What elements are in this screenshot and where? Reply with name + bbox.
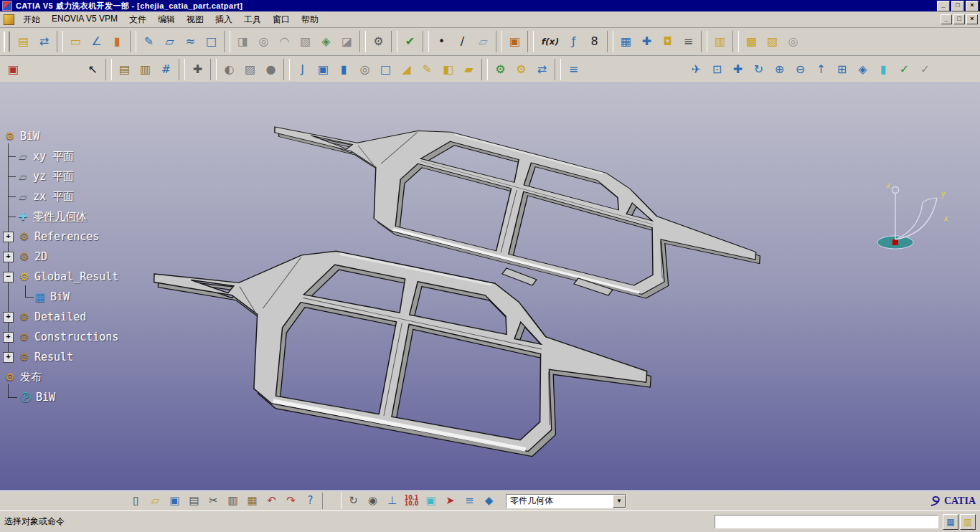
new-document-icon[interactable]: ▯ bbox=[127, 493, 145, 509]
close-button[interactable]: × bbox=[966, 1, 979, 11]
hide-show-icon[interactable]: ✓ bbox=[895, 60, 914, 80]
body-side-frame-left[interactable] bbox=[256, 88, 772, 327]
point-icon[interactable]: • bbox=[432, 32, 451, 52]
save-icon[interactable]: ▣ bbox=[166, 493, 184, 509]
tree-node-biw-global-result[interactable]: ▦ BiW bbox=[1, 287, 195, 307]
expand-toggle[interactable]: + bbox=[3, 312, 14, 323]
tree-node-label[interactable]: BiW bbox=[36, 391, 55, 404]
compass[interactable]: z y x bbox=[868, 174, 954, 260]
ring-icon[interactable]: ◎ bbox=[783, 32, 803, 52]
menu-edit[interactable]: 编辑 bbox=[152, 12, 181, 27]
cut-icon[interactable]: ✂ bbox=[204, 493, 222, 509]
exchange-icon[interactable]: ⇄ bbox=[532, 60, 552, 80]
pin-board-icon[interactable]: ▥ bbox=[136, 60, 155, 80]
expand-toggle[interactable]: + bbox=[3, 232, 14, 242]
render-style-icon[interactable]: ▮ bbox=[874, 60, 893, 80]
grid-icon[interactable]: # bbox=[156, 60, 176, 80]
snap-values-icon[interactable]: 10.1 10.0 bbox=[402, 493, 420, 509]
app-icon[interactable] bbox=[2, 1, 12, 11]
tree-node-label[interactable]: 2D bbox=[34, 250, 47, 263]
develop-icon[interactable]: ▨ bbox=[763, 32, 782, 52]
help-icon[interactable]: ? bbox=[301, 493, 319, 509]
undo-icon[interactable]: ↶ bbox=[263, 493, 281, 509]
bounding-box-icon[interactable]: ▣ bbox=[422, 493, 440, 509]
zoom-out-icon[interactable]: ⊖ bbox=[791, 60, 810, 80]
spline-icon[interactable]: ≈ bbox=[181, 32, 200, 52]
body-side-frame-right[interactable] bbox=[133, 217, 664, 480]
copy-icon[interactable]: ▥ bbox=[224, 493, 242, 509]
print-icon[interactable]: ▤ bbox=[185, 493, 203, 509]
generative-shape-icon[interactable]: ▥ bbox=[710, 32, 730, 52]
tree-node-label[interactable]: BiW bbox=[20, 130, 39, 143]
minimize-button[interactable]: _ bbox=[937, 1, 950, 11]
tree-node-label[interactable]: Global_Result bbox=[34, 270, 118, 283]
tree-node-constructions[interactable]: + ⚙ Constructions bbox=[1, 327, 195, 347]
redo-icon[interactable]: ↷ bbox=[282, 493, 300, 509]
normal-view-icon[interactable]: ↑ bbox=[811, 60, 831, 80]
tube-icon[interactable]: ◎ bbox=[355, 60, 374, 80]
doc-minimize-button[interactable]: _ bbox=[941, 14, 952, 24]
tree-node-label[interactable]: References bbox=[34, 230, 99, 243]
tree-node-publications[interactable]: ⚙ 发布 bbox=[1, 367, 195, 387]
diamond-icon[interactable]: ◆ bbox=[480, 493, 498, 509]
menu-insert[interactable]: 插入 bbox=[209, 12, 238, 27]
knowledge-icon[interactable]: ƒ bbox=[564, 32, 583, 52]
cylinder-icon[interactable]: ▮ bbox=[334, 60, 354, 80]
sketcher-icon[interactable]: ✎ bbox=[139, 32, 159, 52]
window-box-icon[interactable]: ▣ bbox=[314, 60, 333, 80]
chevron-down-icon[interactable]: ▼ bbox=[613, 495, 626, 508]
clipboard-icon[interactable]: ▤ bbox=[115, 60, 134, 80]
snap-target-icon[interactable]: ✚ bbox=[188, 60, 207, 80]
viewport-3d[interactable]: ⚙ BiW ▱ xy 平面 ▱ yz 平面 ▱ zx 平面 ✚ bbox=[0, 82, 980, 490]
multi-view-icon[interactable]: ⊞ bbox=[832, 60, 852, 80]
local-transform-icon[interactable]: J bbox=[293, 60, 312, 80]
measure-item-icon[interactable]: ∠ bbox=[87, 32, 106, 52]
tree-node-part-geometry[interactable]: ✚ 零件几何体 bbox=[1, 206, 195, 227]
tree-node-label[interactable]: BiW bbox=[50, 290, 70, 303]
layers-icon[interactable]: ≡ bbox=[679, 32, 698, 52]
formula-icon[interactable]: f(x) bbox=[537, 32, 562, 52]
fly-mode-icon[interactable]: ✈ bbox=[687, 60, 706, 80]
sphere-icon[interactable]: ● bbox=[261, 60, 281, 80]
open-icon[interactable]: ▱ bbox=[146, 493, 164, 509]
settings-gear-icon[interactable]: ⚙ bbox=[369, 32, 388, 52]
face-icon[interactable]: □ bbox=[376, 60, 395, 80]
axis-measure-icon[interactable]: ⊥ bbox=[383, 493, 401, 509]
tree-node-label[interactable]: zx 平面 bbox=[33, 190, 74, 204]
offset-surface-icon[interactable]: ▧ bbox=[296, 32, 315, 52]
instantiate-icon[interactable]: ▣ bbox=[505, 32, 524, 52]
pointer-pin-icon[interactable]: ➤ bbox=[441, 493, 459, 509]
update-links-icon[interactable]: ⇄ bbox=[34, 32, 54, 52]
join-surface-icon[interactable]: ◈ bbox=[316, 32, 336, 52]
geometrical-set-combo[interactable]: 零件几何体 ▼ bbox=[506, 494, 626, 508]
tree-node-label[interactable]: 零件几何体 bbox=[33, 210, 87, 224]
menu-help[interactable]: 帮助 bbox=[296, 12, 324, 27]
gear-green-icon[interactable]: ⚙ bbox=[491, 60, 510, 80]
thick-surface-icon[interactable]: ▰ bbox=[459, 60, 479, 80]
tree-node-xy-plane[interactable]: ▱ xy 平面 bbox=[1, 146, 195, 166]
tree-node-label[interactable]: Result bbox=[34, 351, 73, 364]
command-input[interactable] bbox=[715, 515, 938, 528]
menu-enovia-v5-vpm[interactable]: ENOVIA V5 VPM bbox=[46, 12, 123, 27]
select-icon[interactable]: ↖ bbox=[83, 60, 103, 80]
status-mini-grid-icon[interactable]: ▦ bbox=[943, 514, 958, 530]
line-icon[interactable]: / bbox=[453, 32, 472, 52]
half-sphere-icon[interactable]: ◐ bbox=[220, 60, 239, 80]
doc-restore-button[interactable]: □ bbox=[953, 14, 965, 24]
tree-node-global-result[interactable]: − ⚙ Global_Result bbox=[1, 267, 195, 287]
zoom-in-icon[interactable]: ⊕ bbox=[770, 60, 789, 80]
hatch-sphere-icon[interactable]: ▨ bbox=[240, 60, 260, 80]
iso-view-icon[interactable]: ◈ bbox=[853, 60, 872, 80]
revolve-surface-icon[interactable]: ◎ bbox=[254, 32, 273, 52]
tree-node-references[interactable]: + ⚙ References bbox=[1, 227, 195, 247]
split-surface-icon[interactable]: ◪ bbox=[337, 32, 357, 52]
draft-icon[interactable]: ✎ bbox=[418, 60, 437, 80]
positioned-sketch-icon[interactable]: ▱ bbox=[160, 32, 179, 52]
expand-toggle[interactable]: + bbox=[3, 252, 14, 262]
tree-node-biw-publication[interactable]: Ⓟ BiW bbox=[1, 387, 195, 407]
mass-properties-icon[interactable]: ▮ bbox=[108, 32, 127, 52]
refresh-icon[interactable]: ↻ bbox=[344, 493, 362, 509]
rotate-icon[interactable]: ↻ bbox=[749, 60, 768, 80]
pan-icon[interactable]: ✚ bbox=[728, 60, 748, 80]
tree-node-2d[interactable]: + ⚙ 2D bbox=[1, 247, 195, 267]
